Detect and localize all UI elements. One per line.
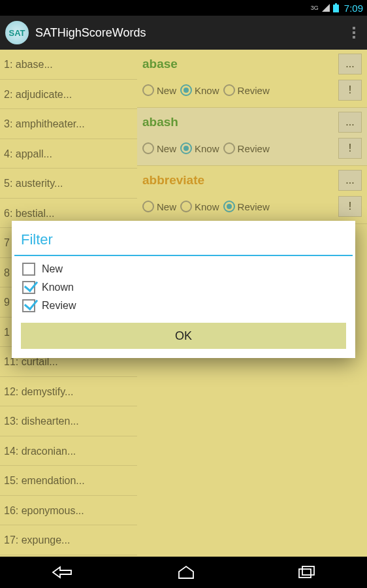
filter-option-new[interactable]: New (12, 260, 355, 278)
radio-new[interactable]: New (142, 84, 176, 96)
svg-rect-2 (299, 569, 311, 578)
list-item[interactable]: 4: appall... (0, 139, 137, 169)
radio-review[interactable]: Review (223, 84, 270, 96)
alert-button[interactable]: ! (338, 196, 362, 217)
list-item[interactable]: 13: dishearten... (0, 406, 137, 436)
home-button[interactable] (178, 565, 195, 580)
checkbox-icon (22, 281, 35, 294)
list-item[interactable]: 16: eponymous... (0, 496, 137, 526)
radio-know[interactable]: Know (180, 142, 219, 154)
dialog-title: Filter (12, 221, 355, 255)
svg-rect-3 (302, 566, 314, 575)
filter-option-label: Review (42, 300, 76, 312)
app-icon: SAT (5, 21, 29, 44)
more-button[interactable]: ... (338, 112, 362, 133)
overflow-menu-button[interactable] (346, 27, 362, 39)
filter-option-label: New (42, 263, 63, 275)
svg-rect-1 (335, 3, 337, 5)
radio-know[interactable]: Know (180, 201, 219, 212)
back-button[interactable] (52, 564, 74, 580)
signal-icon (321, 3, 330, 12)
filter-dialog: Filter NewKnownReview OK (12, 221, 355, 358)
list-item[interactable]: 2: adjudicate... (0, 80, 137, 110)
navigation-bar (0, 557, 367, 588)
list-item[interactable]: 1: abase... (0, 50, 137, 80)
word-label: abash (142, 115, 336, 129)
list-item[interactable]: 3: amphitheater... (0, 109, 137, 139)
status-bar: 3G 7:09 (0, 0, 367, 16)
battery-icon (333, 3, 339, 12)
alert-button[interactable]: ! (338, 80, 362, 101)
app-title: SATHighScoreWords (35, 26, 346, 40)
list-item[interactable]: 15: emendation... (0, 466, 137, 496)
filter-option-label: Known (42, 282, 74, 293)
word-card: abase...NewKnowReview! (137, 50, 367, 108)
list-item[interactable]: 14: draconian... (0, 436, 137, 466)
recent-apps-button[interactable] (298, 566, 315, 579)
clock: 7:09 (344, 3, 363, 14)
filter-option-review[interactable]: Review (12, 297, 355, 315)
dialog-separator (14, 255, 353, 256)
checkbox-icon (22, 299, 35, 312)
action-bar: SAT SATHighScoreWords (0, 16, 367, 50)
alert-button[interactable]: ! (338, 138, 362, 159)
radio-new[interactable]: New (142, 142, 176, 154)
list-item[interactable]: 5: austerity... (0, 169, 137, 199)
word-card: abbreviate...NewKnowReview! (137, 166, 367, 224)
network-label: 3G (311, 5, 319, 11)
svg-rect-0 (333, 5, 339, 12)
word-label: abbreviate (142, 173, 336, 188)
list-item[interactable]: 17: expunge... (0, 525, 137, 555)
more-button[interactable]: ... (338, 170, 362, 191)
checkbox-icon (22, 263, 35, 276)
radio-new[interactable]: New (142, 201, 176, 212)
word-label: abase (142, 57, 336, 71)
radio-review[interactable]: Review (223, 201, 270, 212)
filter-option-known[interactable]: Known (12, 278, 355, 297)
list-item[interactable]: 12: demystify... (0, 377, 137, 407)
radio-review[interactable]: Review (223, 142, 270, 154)
radio-know[interactable]: Know (180, 84, 219, 96)
more-button[interactable]: ... (338, 54, 362, 74)
word-card: abash...NewKnowReview! (137, 108, 367, 166)
ok-button[interactable]: OK (21, 323, 346, 349)
